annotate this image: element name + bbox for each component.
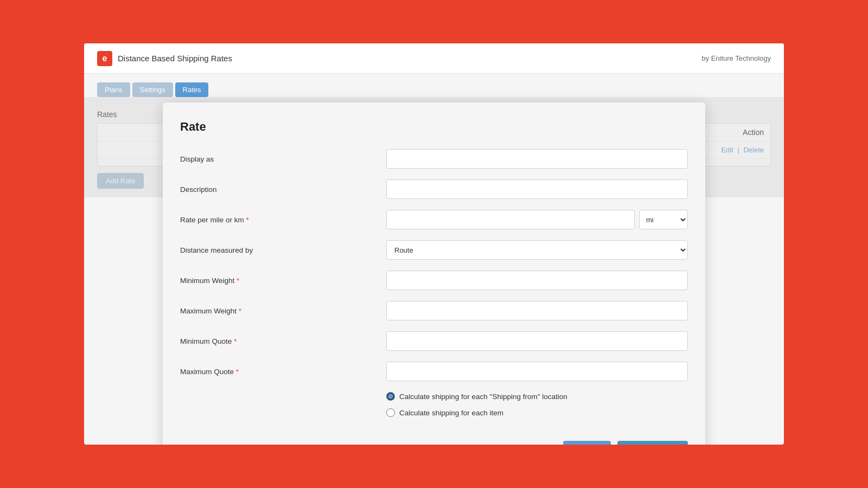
app-header: e Distance Based Shipping Rates by Enitu… — [84, 43, 784, 74]
min-weight-input[interactable] — [386, 271, 688, 290]
bg-content: Rates Action Edit | Delete Add Rate Rate — [84, 97, 784, 197]
min-weight-row: Minimum Weight * — [180, 271, 688, 290]
app-container: e Distance Based Shipping Rates by Enitu… — [84, 43, 784, 445]
rate-modal: Rate Display as Description Rate per mil… — [163, 102, 705, 445]
radio-shipping-from[interactable] — [386, 392, 395, 401]
display-as-label: Display as — [180, 155, 386, 163]
header-left: e Distance Based Shipping Rates — [97, 51, 232, 66]
save-settings-button[interactable]: Save Settings — [617, 441, 688, 445]
rate-per-label: Rate per mile or km * — [180, 216, 386, 224]
max-weight-row: Maximum Weight * — [180, 301, 688, 320]
min-quote-row: Minimum Quote * — [180, 331, 688, 351]
modal-title: Rate — [180, 120, 688, 134]
tab-settings[interactable]: Settings — [132, 82, 173, 97]
min-quote-label: Minimum Quote * — [180, 337, 386, 345]
display-as-input[interactable] — [386, 149, 688, 169]
description-label: Description — [180, 185, 386, 194]
description-input[interactable] — [386, 179, 688, 199]
modal-overlay: Rate Display as Description Rate per mil… — [84, 97, 784, 197]
unit-select[interactable]: mi km — [639, 210, 688, 229]
distance-select[interactable]: Route Straight line — [386, 240, 688, 260]
radio-each-item-row: Calculate shipping for each item — [180, 408, 688, 417]
app-title: Distance Based Shipping Rates — [118, 54, 232, 63]
tab-plans[interactable]: Plans — [97, 82, 130, 97]
description-row: Description — [180, 179, 688, 199]
tab-rates[interactable]: Rates — [175, 82, 209, 97]
distance-row: Distance measured by Route Straight line — [180, 240, 688, 260]
rate-per-row: Rate per mile or km * mi km — [180, 210, 688, 229]
radio-shipping-from-label: Calculate shipping for each "Shipping fr… — [399, 393, 567, 401]
header-right: by Eniture Technology — [701, 54, 771, 62]
radio-shipping-from-container: Calculate shipping for each "Shipping fr… — [180, 392, 567, 401]
nav-area: Plans Settings Rates — [84, 74, 784, 97]
cancel-button[interactable]: Cancel — [563, 441, 611, 445]
max-quote-input[interactable] — [386, 362, 688, 381]
max-quote-label: Maximum Quote * — [180, 368, 386, 376]
min-quote-input[interactable] — [386, 331, 688, 351]
rate-per-group: mi km — [386, 210, 688, 229]
app-logo-icon: e — [97, 51, 112, 66]
radio-each-item[interactable] — [386, 408, 395, 417]
max-quote-row: Maximum Quote * — [180, 362, 688, 381]
modal-footer: Cancel Save Settings — [180, 432, 688, 445]
distance-label: Distance measured by — [180, 246, 386, 254]
min-weight-label: Minimum Weight * — [180, 277, 386, 285]
radio-each-item-label: Calculate shipping for each item — [399, 409, 503, 417]
max-weight-label: Maximum Weight * — [180, 307, 386, 315]
radio-shipping-from-row: Calculate shipping for each "Shipping fr… — [180, 392, 688, 401]
radio-each-item-container: Calculate shipping for each item — [180, 408, 503, 417]
rate-per-input[interactable] — [386, 210, 635, 229]
max-weight-input[interactable] — [386, 301, 688, 320]
display-as-row: Display as — [180, 149, 688, 169]
